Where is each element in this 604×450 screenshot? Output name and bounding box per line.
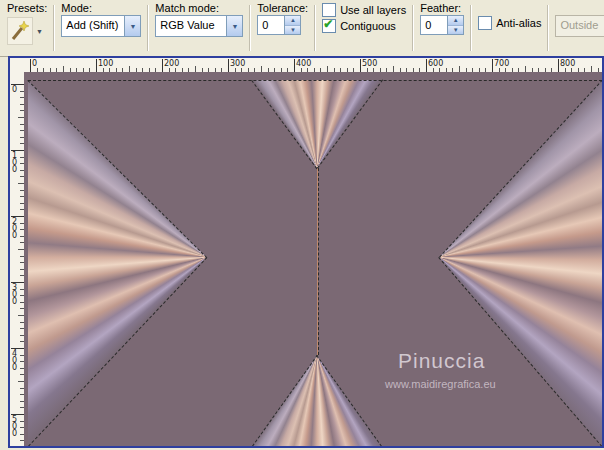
left-gradient-fan — [28, 80, 207, 446]
tolerance-spinner[interactable]: 0 ▲ ▼ — [257, 15, 308, 35]
spin-up-icon[interactable]: ▲ — [285, 16, 300, 26]
spin-up-icon[interactable]: ▲ — [448, 16, 463, 26]
ruler-corner — [10, 58, 25, 73]
feather-group: Feather: 0 ▲ ▼ — [413, 0, 471, 56]
bottom-gradient-fan — [252, 355, 382, 446]
tool-options-toolbar: Presets: ▼ Mode: Add (Shift) ▼ Match mod… — [0, 0, 604, 57]
checkbox-box[interactable] — [322, 19, 336, 33]
tolerance-label: Tolerance: — [257, 2, 308, 15]
mode-label: Mode: — [61, 2, 141, 15]
presets-label: Presets: — [7, 2, 47, 15]
canvas-window: 0100200300400500600700800 01002003004005… — [8, 56, 604, 448]
feather-value[interactable]: 0 — [420, 15, 448, 35]
presets-group: Presets: ▼ — [0, 0, 54, 56]
match-mode-select[interactable]: RGB Value ▼ — [155, 15, 243, 37]
top-gradient-fan — [252, 80, 382, 168]
app-window: Presets: ▼ Mode: Add (Shift) ▼ Match mod… — [0, 0, 604, 450]
horizontal-ruler[interactable]: 0100200300400500600700800 — [24, 58, 602, 73]
feather-spinner[interactable]: 0 ▲ ▼ — [420, 15, 464, 35]
outside-select-value: Outside — [556, 16, 604, 36]
magic-wand-icon[interactable] — [7, 17, 33, 45]
tolerance-value[interactable]: 0 — [257, 15, 285, 35]
spin-down-icon[interactable]: ▼ — [285, 26, 300, 35]
contiguous-checkbox[interactable]: Contiguous — [322, 18, 406, 34]
use-all-layers-label: Use all layers — [340, 4, 406, 16]
selection-ants-center — [318, 168, 319, 355]
mode-select-value: Add (Shift) — [62, 16, 124, 36]
selection-ants-top-edge — [28, 80, 602, 81]
spin-down-icon[interactable]: ▼ — [448, 26, 463, 35]
watermark-url: www.maidiregrafica.eu — [385, 378, 496, 390]
anti-alias-checkbox[interactable]: Anti-alias — [478, 15, 541, 31]
vertical-ruler[interactable]: 0100200300400500 — [10, 72, 25, 446]
match-mode-group: Match mode: RGB Value ▼ — [148, 0, 250, 56]
outside-select: Outside ▼ — [555, 15, 604, 37]
watermark-title: Pinuccia — [398, 349, 485, 373]
feather-label: Feather: — [420, 2, 464, 15]
mode-select[interactable]: Add (Shift) ▼ — [61, 15, 141, 37]
anti-alias-label: Anti-alias — [496, 17, 541, 29]
canvas-image[interactable]: Pinuccia www.maidiregrafica.eu — [24, 72, 602, 446]
anti-alias-group: Anti-alias — [471, 0, 548, 56]
checkbox-box[interactable] — [478, 16, 492, 30]
outside-group: Outside ▼ — [548, 0, 604, 56]
presets-dropdown-icon[interactable]: ▼ — [36, 28, 43, 35]
use-all-layers-checkbox[interactable]: Use all layers — [322, 2, 406, 18]
chevron-down-icon[interactable]: ▼ — [124, 16, 140, 36]
right-gradient-fan — [439, 80, 602, 446]
layers-checks-group: Use all layers Contiguous — [315, 0, 413, 56]
mode-group: Mode: Add (Shift) ▼ — [54, 0, 148, 56]
chevron-down-icon[interactable]: ▼ — [226, 16, 242, 36]
tolerance-group: Tolerance: 0 ▲ ▼ — [250, 0, 315, 56]
match-mode-label: Match mode: — [155, 2, 243, 15]
checkbox-box[interactable] — [322, 3, 336, 17]
contiguous-label: Contiguous — [340, 20, 396, 32]
match-mode-select-value: RGB Value — [156, 16, 226, 36]
